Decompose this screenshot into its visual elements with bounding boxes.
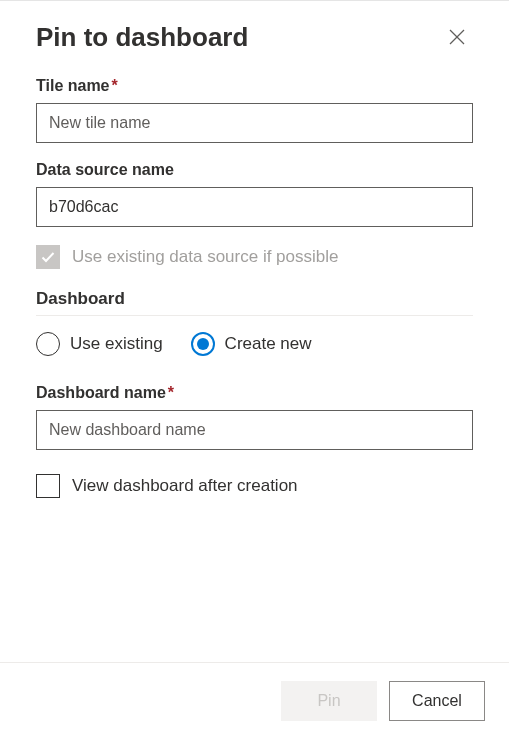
radio-dot-icon	[197, 338, 209, 350]
radio-use-existing[interactable]: Use existing	[36, 332, 163, 356]
use-existing-datasource-label: Use existing data source if possible	[72, 247, 338, 267]
dashboard-name-label: Dashboard name*	[36, 384, 473, 402]
cancel-button[interactable]: Cancel	[389, 681, 485, 721]
dashboard-radio-group: Use existing Create new	[36, 332, 473, 356]
view-after-row: View dashboard after creation	[36, 474, 473, 498]
radio-create-new-label: Create new	[225, 334, 312, 354]
close-button[interactable]	[441, 21, 473, 53]
dashboard-name-input[interactable]	[36, 410, 473, 450]
data-source-field: Data source name	[36, 161, 473, 227]
close-icon	[449, 29, 465, 45]
radio-use-existing-label: Use existing	[70, 334, 163, 354]
radio-circle-icon	[36, 332, 60, 356]
checkmark-icon	[40, 249, 56, 265]
view-after-checkbox[interactable]	[36, 474, 60, 498]
use-existing-datasource-row: Use existing data source if possible	[36, 245, 473, 269]
pin-button: Pin	[281, 681, 377, 721]
required-indicator: *	[112, 77, 118, 94]
dashboard-section-label: Dashboard	[36, 289, 473, 316]
data-source-input[interactable]	[36, 187, 473, 227]
dashboard-name-field: Dashboard name*	[36, 384, 473, 450]
use-existing-datasource-checkbox	[36, 245, 60, 269]
dialog-header: Pin to dashboard	[36, 21, 473, 53]
dialog-content: Pin to dashboard Tile name* Data source …	[0, 1, 509, 662]
tile-name-input[interactable]	[36, 103, 473, 143]
tile-name-label: Tile name*	[36, 77, 473, 95]
radio-circle-selected-icon	[191, 332, 215, 356]
radio-create-new[interactable]: Create new	[191, 332, 312, 356]
dialog-title: Pin to dashboard	[36, 22, 248, 53]
dialog-footer: Pin Cancel	[0, 662, 509, 739]
tile-name-field: Tile name*	[36, 77, 473, 143]
required-indicator: *	[168, 384, 174, 401]
view-after-label: View dashboard after creation	[72, 476, 298, 496]
data-source-label: Data source name	[36, 161, 473, 179]
